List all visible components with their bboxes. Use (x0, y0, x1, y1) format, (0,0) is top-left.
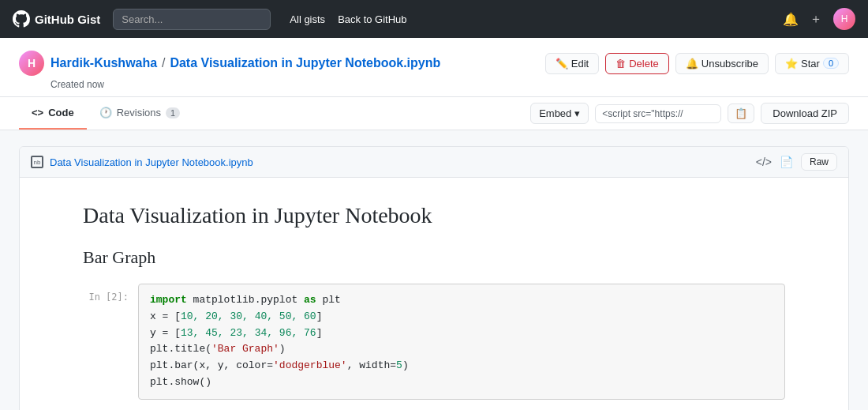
star-count: 0 (823, 58, 839, 69)
code-icon: <> (32, 107, 43, 118)
nav-right: 🔔 ＋ H (783, 8, 855, 30)
tabs-right: Embed ▾ 📋 Download ZIP (530, 103, 849, 124)
code-line-6: plt.show() (150, 374, 773, 391)
notebook-section: Bar Graph (83, 247, 785, 268)
notebook-content: Data Visualization in Jupyter Notebook B… (20, 178, 848, 410)
edit-icon: ✏️ (556, 58, 568, 70)
embed-button[interactable]: Embed ▾ (530, 103, 589, 124)
tabs-left: <> Code 🕐 Revisions 1 (19, 97, 193, 130)
revisions-badge: 1 (166, 107, 180, 118)
jupyter-icon: nb (31, 156, 43, 168)
main-content: nb Data Visualization in Jupyter Noteboo… (0, 130, 868, 410)
star-icon: ⭐ (785, 58, 798, 70)
cell-label: In [2]: (83, 284, 138, 400)
star-button[interactable]: ⭐ Star 0 (775, 53, 849, 74)
plus-icon[interactable]: ＋ (810, 11, 822, 28)
file-header: nb Data Visualization in Jupyter Noteboo… (20, 147, 848, 178)
bell-icon[interactable]: 🔔 (783, 12, 799, 27)
top-navigation: GitHub Gist All gists Back to GitHub 🔔 ＋… (0, 0, 868, 38)
code-line-5: plt.bar(x, y, color='dodgerblue', width=… (150, 358, 773, 374)
code-line-3: y = [13, 45, 23, 34, 96, 76] (150, 325, 773, 342)
github-gist-logo[interactable]: GitHub Gist (13, 10, 100, 28)
gist-header: H Hardik-Kushwaha / Data Visualization i… (0, 38, 868, 97)
avatar: H (19, 51, 44, 76)
file-header-right: </> 📄 Raw (756, 153, 837, 171)
gist-created: Created now (51, 79, 849, 90)
download-zip-button[interactable]: Download ZIP (761, 103, 849, 124)
trash-icon: 🗑 (615, 58, 626, 70)
bell-slash-icon: 🔔 (686, 58, 698, 70)
code-cell: In [2]: import matplotlib.pyplot as plt … (83, 284, 785, 400)
all-gists-link[interactable]: All gists (290, 13, 325, 25)
gist-title-row: H Hardik-Kushwaha / Data Visualization i… (19, 51, 849, 76)
unsubscribe-button[interactable]: 🔔 Unsubscribe (675, 53, 769, 74)
avatar-nav[interactable]: H (833, 8, 855, 30)
file-icon-action[interactable]: 📄 (780, 156, 793, 168)
chevron-down-icon: ▾ (574, 107, 580, 119)
file-box: nb Data Visualization in Jupyter Noteboo… (19, 146, 849, 410)
slash-separator: / (162, 56, 165, 70)
nav-links: All gists Back to GitHub (290, 13, 406, 25)
search-input[interactable] (113, 9, 271, 30)
gist-actions: ✏️ Edit 🗑 Delete 🔔 Unsubscribe ⭐ Star 0 (545, 53, 849, 74)
history-icon: 🕐 (99, 107, 112, 118)
code-line-1: import matplotlib.pyplot as plt (150, 292, 773, 309)
tab-revisions[interactable]: 🕐 Revisions 1 (87, 97, 193, 130)
tabs-bar: <> Code 🕐 Revisions 1 Embed ▾ 📋 Download… (0, 97, 868, 130)
logo-text: GitHub Gist (35, 13, 100, 26)
code-view-icon[interactable]: </> (756, 156, 772, 168)
delete-button[interactable]: 🗑 Delete (605, 53, 669, 74)
clipboard-icon: 📋 (735, 107, 747, 119)
embed-input[interactable] (595, 104, 721, 123)
copy-button[interactable]: 📋 (728, 103, 754, 123)
edit-button[interactable]: ✏️ Edit (545, 53, 599, 74)
raw-button[interactable]: Raw (801, 153, 837, 171)
code-block: import matplotlib.pyplot as plt x = [10,… (138, 284, 785, 400)
file-name: Data Visualization in Jupyter Notebook.i… (50, 156, 253, 168)
code-line-4: plt.title('Bar Graph') (150, 341, 773, 358)
gist-title-left: H Hardik-Kushwaha / Data Visualization i… (19, 51, 440, 76)
back-to-github-link[interactable]: Back to GitHub (338, 13, 406, 25)
file-header-left: nb Data Visualization in Jupyter Noteboo… (31, 156, 253, 168)
gist-user-link[interactable]: Hardik-Kushwaha (51, 56, 157, 70)
notebook-title: Data Visualization in Jupyter Notebook (83, 203, 785, 228)
tab-code[interactable]: <> Code (19, 97, 87, 130)
gist-filename-link[interactable]: Data Visualization in Jupyter Notebook.i… (170, 56, 440, 70)
code-line-2: x = [10, 20, 30, 40, 50, 60] (150, 309, 773, 325)
